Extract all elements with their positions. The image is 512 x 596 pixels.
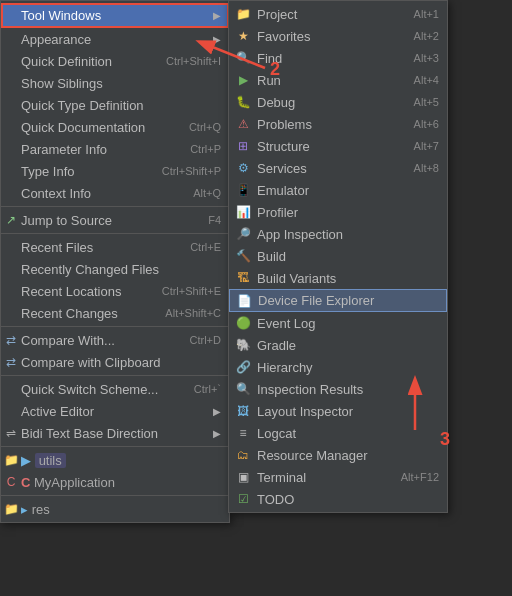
right-menu-item-event-log[interactable]: 🟢Event Log [229, 312, 447, 334]
right-menu-item-label: Build Variants [257, 271, 336, 286]
project-icon: 📁 [235, 7, 251, 21]
bidi-icon: ⇌ [3, 426, 19, 440]
left-menu-item-label: Appearance [21, 32, 91, 47]
left-menu-item-recent-changed[interactable]: Recently Changed Files [1, 258, 229, 280]
shortcut-right-problems: Alt+6 [414, 118, 439, 130]
right-menu-item-label: Inspection Results [257, 382, 363, 397]
right-menu-item-project[interactable]: 📁ProjectAlt+1 [229, 3, 447, 25]
left-menu-item-quick-doc[interactable]: Quick DocumentationCtrl+Q [1, 116, 229, 138]
left-menu-item-compare-with[interactable]: ⇄Compare With...Ctrl+D [1, 329, 229, 351]
shortcut-right-project: Alt+1 [414, 8, 439, 20]
right-menu-item-label: Layout Inspector [257, 404, 353, 419]
shortcut-right-favorites: Alt+2 [414, 30, 439, 42]
right-menu-item-build[interactable]: 🔨Build [229, 245, 447, 267]
right-menu-item-layout[interactable]: 🖼Layout Inspector [229, 400, 447, 422]
left-menu-item-compare-clipboard[interactable]: ⇄Compare with Clipboard [1, 351, 229, 373]
left-menu-item-label: Compare With... [21, 333, 115, 348]
compare2-icon: ⇄ [3, 355, 19, 369]
left-menu-item-label: Recent Changes [21, 306, 118, 321]
resource-icon: 🗂 [235, 448, 251, 462]
right-menu-item-run[interactable]: ▶RunAlt+4 [229, 69, 447, 91]
shortcut-right-find: Alt+3 [414, 52, 439, 64]
right-menu-item-structure[interactable]: ⊞StructureAlt+7 [229, 135, 447, 157]
left-menu-item-param-info[interactable]: Parameter InfoCtrl+P [1, 138, 229, 160]
right-menu-item-inspection[interactable]: 🔍Inspection Results [229, 378, 447, 400]
submenu-arrow-bidi: ▶ [213, 428, 221, 439]
left-menu-item-label: Quick Definition [21, 54, 112, 69]
menu-container: Tool Windows▶Appearance▶Quick Definition… [0, 0, 230, 523]
right-menu-item-favorites[interactable]: ★FavoritesAlt+2 [229, 25, 447, 47]
right-menu-item-emulator[interactable]: 📱Emulator [229, 179, 447, 201]
layout-icon: 🖼 [235, 404, 251, 418]
right-menu-item-logcat[interactable]: ≡Logcat [229, 422, 447, 444]
shortcut-compare-with: Ctrl+D [190, 334, 221, 346]
left-menu-item-label: Tool Windows [21, 8, 101, 23]
left-menu-item-utils[interactable]: 📁▶ utils [1, 449, 229, 471]
shortcut-right-services: Alt+8 [414, 162, 439, 174]
divider-divider2 [1, 233, 229, 234]
right-menu-item-device-file[interactable]: 📄Device File Explorer [229, 289, 447, 312]
left-menu-item-recent-files[interactable]: Recent FilesCtrl+E [1, 236, 229, 258]
right-menu-item-label: Terminal [257, 470, 306, 485]
left-menu-item-quick-switch[interactable]: Quick Switch Scheme...Ctrl+` [1, 378, 229, 400]
right-menu-item-build-variants[interactable]: 🏗Build Variants [229, 267, 447, 289]
left-menu-item-recent-locations[interactable]: Recent LocationsCtrl+Shift+E [1, 280, 229, 302]
left-menu-item-recent-changes[interactable]: Recent ChangesAlt+Shift+C [1, 302, 229, 324]
build-icon: 🔨 [235, 249, 251, 263]
left-menu-item-label: ▶ utils [21, 453, 66, 468]
left-menu-item-label: Context Info [21, 186, 91, 201]
right-menu-item-label: Profiler [257, 205, 298, 220]
shortcut-quick-switch: Ctrl+` [194, 383, 221, 395]
right-menu-item-label: Build [257, 249, 286, 264]
right-menu-item-gradle[interactable]: 🐘Gradle [229, 334, 447, 356]
left-menu-item-label: Bidi Text Base Direction [21, 426, 158, 441]
right-menu-item-label: Event Log [257, 316, 316, 331]
left-menu-item-tool-windows[interactable]: Tool Windows▶ [1, 3, 229, 28]
app-inspection-icon: 🔎 [235, 227, 251, 241]
left-menu-item-label: Type Info [21, 164, 74, 179]
right-menu-item-profiler[interactable]: 📊Profiler [229, 201, 447, 223]
gradle-icon: 🐘 [235, 338, 251, 352]
left-menu-item-quick-type[interactable]: Quick Type Definition [1, 94, 229, 116]
right-menu-item-todo[interactable]: ☑TODO [229, 488, 447, 510]
right-menu-item-find[interactable]: 🔍FindAlt+3 [229, 47, 447, 69]
divider-divider1 [1, 206, 229, 207]
class-icon: C [3, 475, 19, 489]
left-menu-item-label: Active Editor [21, 404, 94, 419]
left-menu-item-active-editor[interactable]: Active Editor▶ [1, 400, 229, 422]
shortcut-recent-locations: Ctrl+Shift+E [162, 285, 221, 297]
left-menu-item-jump-source[interactable]: ↗Jump to SourceF4 [1, 209, 229, 231]
left-menu-item-myapp[interactable]: CC MyApplication [1, 471, 229, 493]
shortcut-right-debug: Alt+5 [414, 96, 439, 108]
compare-icon: ⇄ [3, 333, 19, 347]
problems-icon: ⚠ [235, 117, 251, 131]
emulator-icon: 📱 [235, 183, 251, 197]
left-menu-item-quick-definition[interactable]: Quick DefinitionCtrl+Shift+I [1, 50, 229, 72]
left-menu-item-bidi[interactable]: ⇌Bidi Text Base Direction▶ [1, 422, 229, 444]
left-menu-item-res[interactable]: 📁▸ res [1, 498, 229, 520]
shortcut-context-info: Alt+Q [193, 187, 221, 199]
left-menu-item-show-siblings[interactable]: Show Siblings [1, 72, 229, 94]
right-menu-item-terminal[interactable]: ▣TerminalAlt+F12 [229, 466, 447, 488]
right-menu-item-debug[interactable]: 🐛DebugAlt+5 [229, 91, 447, 113]
right-menu-item-label: Find [257, 51, 282, 66]
left-menu-item-type-info[interactable]: Type InfoCtrl+Shift+P [1, 160, 229, 182]
left-menu-item-label: Recently Changed Files [21, 262, 159, 277]
right-menu-item-problems[interactable]: ⚠ProblemsAlt+6 [229, 113, 447, 135]
left-menu-item-context-info[interactable]: Context InfoAlt+Q [1, 182, 229, 204]
right-menu-item-hierarchy[interactable]: 🔗Hierarchy [229, 356, 447, 378]
right-menu-item-label: Debug [257, 95, 295, 110]
right-menu-item-label: Favorites [257, 29, 310, 44]
right-menu-item-services[interactable]: ⚙ServicesAlt+8 [229, 157, 447, 179]
divider-divider5 [1, 446, 229, 447]
right-menu-item-app-inspection[interactable]: 🔎App Inspection [229, 223, 447, 245]
folder2-icon: 📁 [3, 502, 19, 516]
services-icon: ⚙ [235, 161, 251, 175]
left-menu-item-appearance[interactable]: Appearance▶ [1, 28, 229, 50]
shortcut-quick-doc: Ctrl+Q [189, 121, 221, 133]
left-menu: Tool Windows▶Appearance▶Quick Definition… [0, 0, 230, 523]
left-menu-item-label: Show Siblings [21, 76, 103, 91]
right-menu-item-resource[interactable]: 🗂Resource Manager [229, 444, 447, 466]
left-menu-item-label: Quick Type Definition [21, 98, 144, 113]
left-menu-item-label: ▸ res [21, 502, 50, 517]
